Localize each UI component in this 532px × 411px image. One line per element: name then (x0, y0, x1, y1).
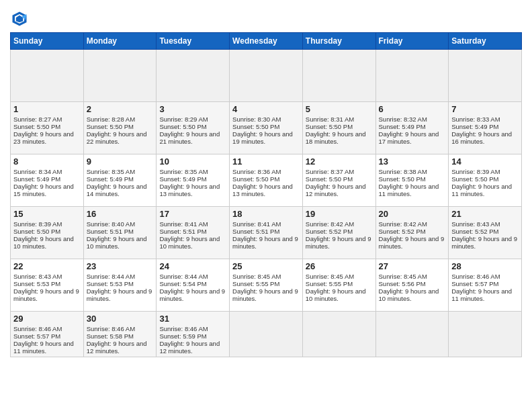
sunset: Sunset: 5:55 PM (306, 280, 353, 287)
calendar-cell: 24Sunrise: 8:44 AMSunset: 5:54 PMDayligh… (157, 259, 230, 312)
sunrise: Sunrise: 8:40 AM (87, 220, 135, 228)
sunset: Sunset: 5:49 PM (159, 175, 206, 183)
calendar-cell: 5Sunrise: 8:31 AMSunset: 5:50 PMDaylight… (302, 102, 375, 154)
sunset: Sunset: 5:50 PM (232, 123, 279, 130)
calendar-cell: 28Sunrise: 8:46 AMSunset: 5:57 PMDayligh… (449, 259, 522, 312)
calendar-cell (11, 50, 84, 102)
sunrise: Sunrise: 8:41 AM (232, 220, 281, 228)
sunset: Sunset: 5:54 PM (159, 280, 206, 287)
calendar-cell: 17Sunrise: 8:41 AMSunset: 5:51 PMDayligh… (157, 207, 230, 259)
calendar-week-5: 29Sunrise: 8:46 AMSunset: 5:57 PMDayligh… (11, 312, 522, 357)
daylight: Daylight: 9 hours and 12 minutes. (306, 183, 366, 197)
sunrise: Sunrise: 8:37 AM (306, 168, 354, 175)
sunrise: Sunrise: 8:39 AM (451, 168, 500, 175)
sunrise: Sunrise: 8:42 AM (306, 220, 354, 228)
daylight: Daylight: 9 hours and 9 minutes. (379, 235, 445, 250)
calendar-cell: 4Sunrise: 8:30 AMSunset: 5:50 PMDaylight… (230, 102, 303, 154)
col-header-sunday: Sunday (11, 33, 84, 50)
sunset: Sunset: 5:50 PM (13, 123, 60, 130)
daylight: Daylight: 9 hours and 17 minutes. (379, 130, 439, 145)
calendar-week-4: 22Sunrise: 8:43 AMSunset: 5:53 PMDayligh… (11, 259, 522, 312)
calendar-week-1: 1Sunrise: 8:27 AMSunset: 5:50 PMDaylight… (11, 102, 522, 154)
calendar-cell: 22Sunrise: 8:43 AMSunset: 5:53 PMDayligh… (11, 259, 84, 312)
daylight: Daylight: 9 hours and 18 minutes. (306, 130, 366, 145)
daylight: Daylight: 9 hours and 9 minutes. (232, 287, 298, 302)
day-number: 3 (159, 104, 226, 114)
page-container: SundayMondayTuesdayWednesdayThursdayFrid… (0, 0, 532, 364)
sunrise: Sunrise: 8:34 AM (13, 168, 62, 175)
calendar-cell: 10Sunrise: 8:35 AMSunset: 5:49 PMDayligh… (157, 154, 230, 207)
col-header-friday: Friday (375, 33, 449, 50)
calendar-cell: 16Sunrise: 8:40 AMSunset: 5:51 PMDayligh… (83, 207, 157, 259)
sunset: Sunset: 5:51 PM (159, 228, 206, 235)
col-header-tuesday: Tuesday (157, 33, 230, 50)
calendar-table: SundayMondayTuesdayWednesdayThursdayFrid… (10, 32, 522, 357)
daylight: Daylight: 9 hours and 22 minutes. (87, 130, 147, 145)
sunset: Sunset: 5:52 PM (379, 228, 426, 235)
day-number: 22 (13, 261, 81, 271)
daylight: Daylight: 9 hours and 23 minutes. (13, 130, 74, 145)
day-number: 19 (306, 209, 373, 219)
logo (10, 9, 32, 28)
calendar-cell (230, 50, 303, 102)
sunset: Sunset: 5:56 PM (379, 280, 426, 287)
calendar-cell (157, 50, 230, 102)
day-number: 17 (159, 209, 226, 219)
sunrise: Sunrise: 8:36 AM (232, 168, 281, 175)
daylight: Daylight: 9 hours and 13 minutes. (159, 183, 220, 197)
calendar-week-2: 8Sunrise: 8:34 AMSunset: 5:49 PMDaylight… (11, 154, 522, 207)
calendar-cell: 26Sunrise: 8:45 AMSunset: 5:55 PMDayligh… (302, 259, 375, 312)
sunset: Sunset: 5:49 PM (13, 175, 60, 183)
day-number: 2 (87, 104, 154, 114)
daylight: Daylight: 9 hours and 9 minutes. (451, 235, 517, 250)
sunrise: Sunrise: 8:43 AM (451, 220, 500, 228)
day-number: 12 (306, 156, 373, 167)
daylight: Daylight: 9 hours and 14 minutes. (87, 183, 147, 197)
day-number: 13 (379, 156, 446, 167)
day-number: 23 (87, 261, 154, 271)
day-number: 6 (379, 104, 446, 114)
calendar-cell: 30Sunrise: 8:46 AMSunset: 5:58 PMDayligh… (83, 312, 157, 357)
calendar-cell: 23Sunrise: 8:44 AMSunset: 5:53 PMDayligh… (83, 259, 157, 312)
sunrise: Sunrise: 8:30 AM (232, 116, 281, 123)
daylight: Daylight: 9 hours and 10 minutes. (159, 235, 220, 250)
calendar-cell: 9Sunrise: 8:35 AMSunset: 5:49 PMDaylight… (83, 154, 157, 207)
sunset: Sunset: 5:51 PM (232, 228, 279, 235)
daylight: Daylight: 9 hours and 19 minutes. (232, 130, 293, 145)
sunrise: Sunrise: 8:38 AM (379, 168, 427, 175)
sunset: Sunset: 5:50 PM (451, 175, 498, 183)
col-header-monday: Monday (83, 33, 157, 50)
sunrise: Sunrise: 8:45 AM (379, 273, 427, 280)
col-header-thursday: Thursday (302, 33, 375, 50)
col-header-wednesday: Wednesday (230, 33, 303, 50)
calendar-cell: 31Sunrise: 8:46 AMSunset: 5:59 PMDayligh… (157, 312, 230, 357)
sunrise: Sunrise: 8:35 AM (87, 168, 135, 175)
day-number: 21 (451, 209, 519, 219)
sunrise: Sunrise: 8:45 AM (306, 273, 354, 280)
day-number: 9 (87, 156, 154, 167)
day-number: 30 (87, 314, 154, 324)
daylight: Daylight: 9 hours and 15 minutes. (13, 183, 74, 197)
sunrise: Sunrise: 8:31 AM (306, 116, 354, 123)
sunrise: Sunrise: 8:32 AM (379, 116, 427, 123)
calendar-week-0 (11, 50, 522, 102)
calendar-cell: 3Sunrise: 8:29 AMSunset: 5:50 PMDaylight… (157, 102, 230, 154)
day-number: 4 (232, 104, 300, 114)
sunrise: Sunrise: 8:27 AM (13, 116, 62, 123)
sunset: Sunset: 5:49 PM (451, 123, 498, 130)
calendar-cell: 15Sunrise: 8:39 AMSunset: 5:50 PMDayligh… (11, 207, 84, 259)
calendar-cell: 21Sunrise: 8:43 AMSunset: 5:52 PMDayligh… (449, 207, 522, 259)
day-number: 25 (232, 261, 300, 271)
sunrise: Sunrise: 8:46 AM (159, 325, 208, 332)
daylight: Daylight: 9 hours and 10 minutes. (379, 287, 439, 302)
calendar-cell: 19Sunrise: 8:42 AMSunset: 5:52 PMDayligh… (302, 207, 375, 259)
header (10, 7, 522, 28)
sunrise: Sunrise: 8:39 AM (13, 220, 62, 228)
sunrise: Sunrise: 8:45 AM (232, 273, 281, 280)
calendar-cell (302, 50, 375, 102)
sunset: Sunset: 5:55 PM (232, 280, 279, 287)
sunrise: Sunrise: 8:46 AM (87, 325, 135, 332)
sunrise: Sunrise: 8:28 AM (87, 116, 135, 123)
calendar-cell: 6Sunrise: 8:32 AMSunset: 5:49 PMDaylight… (375, 102, 449, 154)
daylight: Daylight: 9 hours and 11 minutes. (13, 340, 74, 355)
